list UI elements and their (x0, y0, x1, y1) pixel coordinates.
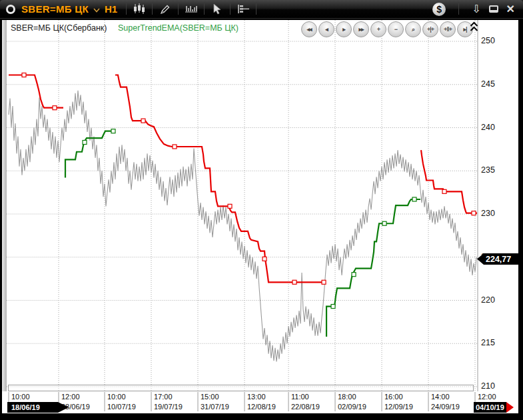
pencil-icon[interactable] (157, 3, 173, 16)
left-margin-strip (2, 20, 7, 391)
scroll-fast-right-button[interactable]: ▸▸ (353, 21, 369, 37)
zoom-auto-button[interactable]: ⌕ (405, 21, 421, 37)
scroll-left-button[interactable]: ◂ (318, 21, 334, 37)
dollar-icon[interactable]: $ (432, 3, 446, 16)
minimize-icon[interactable] (489, 5, 498, 13)
toolbar-separator (178, 3, 179, 15)
compress-time-button[interactable]: +|+ (422, 21, 438, 37)
title-bar: SBER=МБ ЦК H1 (0, 0, 523, 19)
ring-icon (6, 5, 15, 14)
chart-window (0, 19, 523, 420)
series-legend-label[interactable]: SBER=МБ ЦК(Сбербанк) (11, 23, 107, 33)
zoom-out-button[interactable]: − (388, 21, 404, 37)
zoom-in-button[interactable]: + (370, 21, 386, 37)
chart-canvas-background (2, 20, 518, 413)
scroll-fast-left-button[interactable]: ◂◂ (301, 21, 317, 37)
toolbar-separator (204, 3, 205, 15)
levels-icon[interactable] (235, 3, 251, 16)
toolbar-separator (126, 3, 127, 15)
timeframe-label[interactable]: H1 (105, 3, 117, 15)
toolbar-separator (458, 3, 459, 15)
cursor-icon[interactable] (209, 3, 225, 16)
horizontal-scrollbar[interactable] (8, 385, 474, 391)
terminal-window: SBER=МБ ЦК H1 (0, 0, 523, 420)
volume-profile-icon[interactable] (183, 3, 199, 16)
collapse-panel-chevron-icon[interactable] (469, 21, 478, 32)
toolbar-separator (230, 3, 231, 15)
toolbar-separator (152, 3, 153, 15)
instrument-title[interactable]: SBER=МБ ЦК (21, 3, 89, 15)
candlestick-chart-icon[interactable] (131, 3, 147, 16)
close-icon[interactable]: ✕ (506, 4, 515, 15)
toolbar-separator (256, 3, 257, 15)
expand-time-button[interactable]: +‖+ (440, 21, 456, 37)
indicator-legend-label[interactable]: SuperTrendEMA(SBER=МБ ЦК) (118, 23, 239, 33)
download-arrow-icon[interactable]: ⇩ (472, 4, 480, 15)
scroll-right-button[interactable]: ▸ (336, 21, 352, 37)
window-controls: $ ⇩ ✕ (432, 3, 523, 16)
chevron-down-icon[interactable] (93, 8, 100, 13)
